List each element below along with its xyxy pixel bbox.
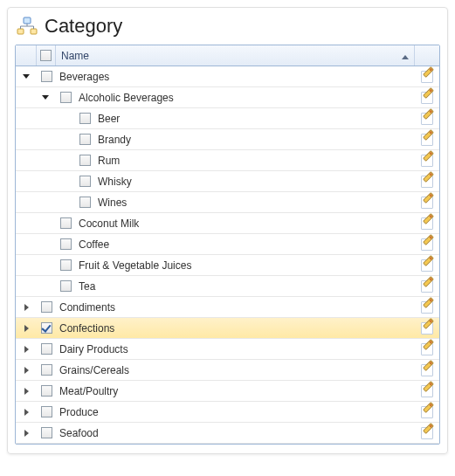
row-checkbox[interactable]: [37, 318, 56, 338]
row-checkbox[interactable]: [37, 339, 56, 359]
edit-button[interactable]: [415, 360, 439, 380]
row-checkbox[interactable]: [75, 129, 94, 149]
edit-button[interactable]: [415, 318, 439, 338]
expand-placeholder: [60, 156, 69, 165]
edit-pencil-icon: [421, 197, 433, 209]
edit-button[interactable]: [415, 234, 439, 254]
expand-toggle[interactable]: [16, 66, 37, 86]
row-name-cell[interactable]: Tea: [75, 276, 415, 296]
edit-button[interactable]: [415, 150, 439, 170]
checkbox-icon: [60, 280, 72, 292]
category-panel: Category Name BeveragesAlcoholic Beverag…: [7, 7, 448, 454]
row-checkbox[interactable]: [56, 276, 75, 296]
tree-row[interactable]: Confections: [16, 318, 439, 339]
edit-button[interactable]: [415, 402, 439, 422]
tree-row[interactable]: Rum: [16, 150, 439, 171]
row-checkbox[interactable]: [75, 192, 94, 212]
row-checkbox[interactable]: [56, 87, 75, 107]
tree-row[interactable]: Wines: [16, 192, 439, 213]
row-checkbox[interactable]: [37, 360, 56, 380]
tree-row[interactable]: Produce: [16, 402, 439, 423]
row-name-cell[interactable]: Fruit & Vegetable Juices: [75, 255, 415, 275]
tree-row[interactable]: Coconut Milk: [16, 213, 439, 234]
row-checkbox[interactable]: [37, 402, 56, 422]
header-name-column[interactable]: Name: [56, 45, 415, 66]
checkbox-icon: [41, 301, 52, 313]
row-name-cell[interactable]: Seafood: [56, 423, 415, 443]
tree-row[interactable]: Brandy: [16, 129, 439, 150]
row-name-cell[interactable]: Grains/Cereals: [56, 360, 415, 380]
expand-placeholder: [41, 240, 50, 249]
row-name-cell[interactable]: Brandy: [94, 129, 415, 149]
row-checkbox[interactable]: [37, 297, 56, 317]
edit-button[interactable]: [415, 255, 439, 275]
checkbox-icon: [79, 176, 91, 187]
row-checkbox[interactable]: [56, 255, 75, 275]
tree-row[interactable]: Beverages: [16, 66, 439, 87]
row-name-cell[interactable]: Confections: [56, 318, 415, 338]
expand-placeholder: [41, 219, 50, 228]
row-checkbox[interactable]: [37, 423, 56, 443]
expand-toggle[interactable]: [16, 339, 37, 359]
row-name-cell[interactable]: Whisky: [94, 171, 415, 191]
checkbox-icon: [41, 71, 52, 82]
row-checkbox[interactable]: [75, 108, 94, 128]
edit-button[interactable]: [415, 297, 439, 317]
edit-button[interactable]: [415, 339, 439, 359]
row-name-cell[interactable]: Coconut Milk: [75, 213, 415, 233]
edit-button[interactable]: [415, 129, 439, 149]
row-label: Coffee: [79, 238, 109, 251]
row-name-cell[interactable]: Coffee: [75, 234, 415, 254]
edit-button[interactable]: [415, 171, 439, 191]
row-name-cell[interactable]: Alcoholic Beverages: [75, 87, 415, 107]
row-name-cell[interactable]: Produce: [56, 402, 415, 422]
expand-toggle[interactable]: [16, 381, 37, 401]
row-name-cell[interactable]: Wines: [94, 192, 415, 212]
tree-row[interactable]: Beer: [16, 108, 439, 129]
row-name-cell[interactable]: Beer: [94, 108, 415, 128]
expand-toggle[interactable]: [16, 297, 37, 317]
edit-button[interactable]: [415, 87, 439, 107]
expand-toggle[interactable]: [16, 423, 37, 443]
tree-row[interactable]: Alcoholic Beverages: [16, 87, 439, 108]
row-checkbox[interactable]: [37, 381, 56, 401]
row-name-cell[interactable]: Beverages: [56, 66, 415, 86]
row-label: Alcoholic Beverages: [79, 92, 174, 104]
row-checkbox[interactable]: [75, 150, 94, 170]
tree-row[interactable]: Fruit & Vegetable Juices: [16, 255, 439, 276]
tree-row[interactable]: Condiments: [16, 297, 439, 318]
edit-button[interactable]: [415, 276, 439, 296]
tree-row[interactable]: Meat/Poultry: [16, 381, 439, 402]
tree-row[interactable]: Tea: [16, 276, 439, 297]
row-name-cell[interactable]: Condiments: [56, 297, 415, 317]
expand-toggle[interactable]: [16, 318, 37, 338]
row-checkbox[interactable]: [56, 234, 75, 254]
row-checkbox[interactable]: [37, 66, 56, 86]
chevron-right-icon: [24, 304, 29, 311]
checkbox-icon: [79, 113, 91, 124]
row-label: Beer: [98, 113, 120, 125]
edit-button[interactable]: [415, 192, 439, 212]
row-checkbox[interactable]: [56, 213, 75, 233]
row-name-cell[interactable]: Meat/Poultry: [56, 381, 415, 401]
row-name-cell[interactable]: Rum: [94, 150, 415, 170]
header-select-all[interactable]: [37, 45, 56, 66]
tree-row[interactable]: Coffee: [16, 234, 439, 255]
tree-row[interactable]: Dairy Products: [16, 339, 439, 360]
tree-row[interactable]: Seafood: [16, 423, 439, 444]
expand-toggle[interactable]: [16, 360, 37, 380]
row-name-cell[interactable]: Dairy Products: [56, 339, 415, 359]
edit-button[interactable]: [415, 108, 439, 128]
tree-row[interactable]: Grains/Cereals: [16, 360, 439, 381]
edit-button[interactable]: [415, 66, 439, 86]
edit-pencil-icon: [421, 343, 433, 355]
expand-placeholder: [41, 282, 50, 291]
row-label: Wines: [98, 197, 127, 209]
edit-button[interactable]: [415, 381, 439, 401]
expand-toggle[interactable]: [16, 87, 56, 107]
row-checkbox[interactable]: [75, 171, 94, 191]
expand-toggle[interactable]: [16, 402, 37, 422]
tree-row[interactable]: Whisky: [16, 171, 439, 192]
edit-button[interactable]: [415, 423, 439, 443]
edit-button[interactable]: [415, 213, 439, 233]
